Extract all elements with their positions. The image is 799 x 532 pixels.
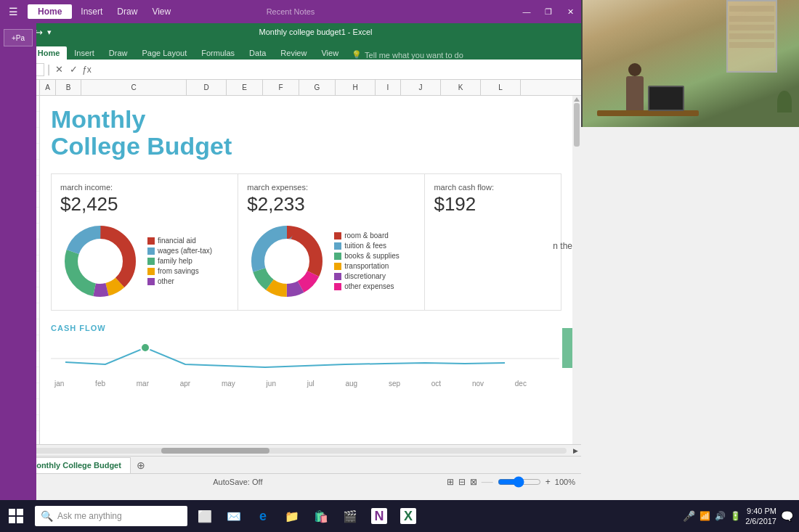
col-header-j[interactable]: J — [401, 80, 441, 95]
notification-icon[interactable]: 🗨️ — [781, 510, 793, 522]
edge-icon[interactable]: e — [248, 500, 277, 532]
mail-icon[interactable]: ✉️ — [219, 500, 248, 532]
view-layout-icon[interactable]: ⊟ — [458, 477, 466, 487]
expenses-legend: room & board tuition & fees books & supp… — [334, 232, 400, 290]
col-header-a[interactable]: A — [40, 80, 56, 95]
cashflow-panel: march cash flow: $192 — [425, 174, 561, 310]
zoom-separator: — — [482, 475, 493, 488]
tab-formulas[interactable]: Formulas — [194, 46, 242, 60]
excel-taskbar-icon[interactable]: X — [394, 500, 423, 532]
start-button[interactable] — [0, 500, 32, 532]
confirm-icon[interactable]: ✓ — [68, 64, 79, 75]
expenses-panel: march expenses: $2,233 — [238, 174, 425, 310]
h-scrollbar-thumb[interactable] — [161, 448, 269, 454]
formula-separator: | — [47, 63, 50, 76]
insert-tab[interactable]: Insert — [73, 4, 110, 19]
tab-review[interactable]: Review — [273, 46, 314, 60]
formula-input[interactable] — [94, 65, 577, 75]
budget-title: Monthly College Budget — [51, 106, 561, 160]
col-header-d[interactable]: D — [187, 80, 227, 95]
tab-data[interactable]: Data — [242, 46, 273, 60]
scroll-right-end-btn[interactable]: ▶ — [569, 445, 581, 457]
cancel-icon[interactable]: ✕ — [53, 64, 65, 75]
col-header-b[interactable]: B — [56, 80, 81, 95]
svg-rect-18 — [17, 509, 23, 515]
sidebar-new-page[interactable]: +Pa — [4, 29, 33, 46]
income-legend: financial aid wages (after-tax) family h… — [147, 237, 212, 285]
col-header-h[interactable]: H — [336, 80, 376, 95]
tab-insert[interactable]: Insert — [67, 46, 102, 60]
taskbar-mic-icon[interactable]: 🎤 — [683, 510, 695, 522]
col-header-f[interactable]: F — [263, 80, 299, 95]
view-tab[interactable]: View — [145, 4, 178, 19]
svg-point-6 — [80, 241, 121, 282]
income-value: $2,425 — [60, 193, 229, 216]
col-header-g[interactable]: G — [299, 80, 336, 95]
function-icon[interactable]: ƒx — [82, 65, 92, 75]
expenses-label: march expenses: — [247, 183, 415, 192]
app-title: Recent Notes — [267, 7, 315, 16]
taskbar: 🔍 Ask me anything ⬜ ✉️ e 📁 🛍️ 🎬 N X 🎤 📶 … — [0, 500, 799, 532]
cashflow-line-chart — [51, 337, 559, 377]
expenses-donut-chart — [247, 221, 327, 301]
col-header-c[interactable]: C — [81, 80, 187, 95]
cashflow-section: CASH FLOW jan feb mar apr may jun jul au — [51, 319, 561, 392]
taskbar-battery-icon[interactable]: 🔋 — [730, 511, 741, 521]
draw-tab[interactable]: Draw — [110, 4, 145, 19]
svg-point-14 — [267, 241, 307, 282]
task-view-button[interactable]: ⬜ — [190, 500, 219, 532]
cashflow-title: CASH FLOW — [51, 324, 561, 332]
taskbar-clock: 9:40 PM 2/6/2017 — [745, 506, 776, 527]
tab-draw[interactable]: Draw — [102, 46, 135, 60]
video-overlay — [581, 0, 799, 127]
explorer-icon[interactable]: 📁 — [277, 500, 307, 532]
photos-icon[interactable]: 🎬 — [336, 500, 365, 532]
cashflow-right-bar — [562, 328, 572, 368]
sheet-tab-monthly[interactable]: Monthly College Budget — [20, 457, 131, 473]
tell-me-input[interactable]: 💡Tell me what you want to do — [346, 50, 469, 60]
tab-pagelayout[interactable]: Page Layout — [134, 46, 194, 60]
status-autosave: AutoSave: Off — [213, 478, 262, 486]
customize-icon[interactable]: ▾ — [47, 28, 52, 37]
taskbar-right-section: 🎤 📶 🔊 🔋 9:40 PM 2/6/2017 🗨️ — [683, 506, 799, 527]
taskbar-volume-icon[interactable]: 🔊 — [715, 511, 726, 521]
col-header-e[interactable]: E — [227, 80, 263, 95]
zoom-plus-icon[interactable]: + — [545, 477, 551, 487]
view-pagebreak-icon[interactable]: ⊠ — [470, 477, 477, 487]
close-button[interactable]: ✕ — [559, 0, 581, 23]
store-icon[interactable]: 🛍️ — [307, 500, 336, 532]
hamburger-icon[interactable]: ☰ — [0, 0, 26, 23]
svg-point-16 — [141, 343, 150, 352]
svg-rect-19 — [9, 517, 15, 523]
cashflow-value: $192 — [434, 193, 552, 216]
home-tab[interactable]: Home — [28, 4, 72, 19]
truncated-text: n the — [553, 241, 572, 251]
income-panel: march income: $2,425 — [52, 174, 238, 310]
search-placeholder: Ask me anything — [57, 511, 122, 521]
income-label: march income: — [60, 183, 229, 192]
tab-view[interactable]: View — [314, 46, 346, 60]
zoom-slider[interactable] — [498, 479, 541, 485]
restore-button[interactable]: ❐ — [538, 0, 559, 23]
onenote-taskbar-icon[interactable]: N — [365, 500, 394, 532]
minimize-button[interactable]: — — [516, 0, 538, 23]
cashflow-label: march cash flow: — [434, 183, 552, 192]
vertical-scrollbar[interactable] — [572, 96, 581, 444]
cortana-search[interactable]: 🔍 Ask me anything — [35, 506, 187, 526]
col-header-k[interactable]: K — [441, 80, 481, 95]
zoom-level: 100% — [555, 478, 575, 486]
svg-rect-20 — [17, 517, 23, 523]
col-header-i[interactable]: I — [376, 80, 401, 95]
income-donut-chart — [60, 221, 140, 301]
expenses-value: $2,233 — [247, 193, 415, 216]
excel-file-title: Monthly college budget1 - Excel — [56, 28, 575, 36]
svg-rect-17 — [9, 509, 15, 515]
col-header-l[interactable]: L — [481, 80, 521, 95]
taskbar-network-icon[interactable]: 📶 — [699, 511, 710, 521]
view-normal-icon[interactable]: ⊞ — [447, 477, 454, 487]
sheet-tab-plus[interactable]: ⊕ — [134, 458, 148, 472]
